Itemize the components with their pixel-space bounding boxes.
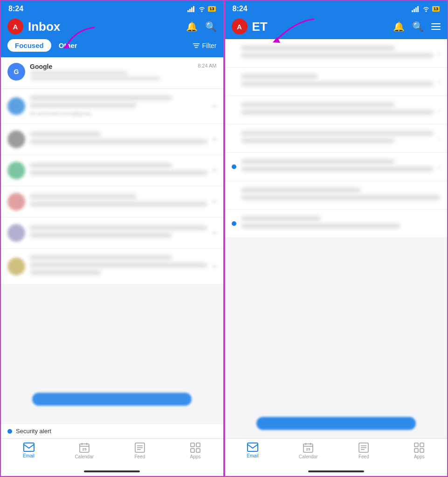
svg-rect-24 bbox=[414, 9, 415, 12]
left-content-area: G Google 8:24 AM Hi archmeet.hora@gmai..… bbox=[1, 57, 223, 438]
svg-text:29: 29 bbox=[306, 447, 310, 451]
right-apps-nav-icon bbox=[414, 443, 424, 453]
nav-calendar-left[interactable]: 29 Calendar bbox=[56, 443, 112, 459]
right-home-bar bbox=[308, 470, 364, 472]
nav-email-label-left: Email bbox=[23, 453, 34, 458]
nav-apps-label-right: Apps bbox=[414, 454, 425, 459]
left-app-header: A Inbox 🔔 🔍 bbox=[1, 16, 223, 39]
right-header-icons: 🔔 🔍 bbox=[393, 21, 441, 32]
svg-rect-1 bbox=[189, 9, 191, 12]
email-time-1: M bbox=[212, 103, 216, 109]
right-compose-button[interactable] bbox=[256, 417, 416, 430]
email-time-5: M bbox=[212, 230, 216, 236]
right-calendar-nav-icon: 29 bbox=[303, 443, 313, 453]
email-item-blurred-2[interactable]: M bbox=[1, 124, 223, 155]
right-email-item-1[interactable]: y bbox=[225, 39, 448, 68]
svg-rect-22 bbox=[196, 449, 200, 452]
right-home-indicator bbox=[225, 467, 448, 476]
nav-email-right[interactable]: Email bbox=[225, 443, 281, 459]
nav-email-left[interactable]: Email bbox=[1, 443, 56, 459]
filter-label: Filter bbox=[202, 42, 216, 49]
left-avatar[interactable]: A bbox=[7, 19, 23, 34]
svg-point-27 bbox=[425, 10, 427, 12]
svg-rect-0 bbox=[187, 10, 189, 12]
right-bottom-nav: Email 29 Calendar Feed bbox=[225, 438, 448, 467]
right-email-item-2[interactable]: y bbox=[225, 68, 448, 96]
nav-feed-left[interactable]: Feed bbox=[112, 443, 167, 459]
feed-nav-icon bbox=[135, 443, 145, 453]
right-avatar[interactable]: A bbox=[232, 19, 248, 34]
email-avatar-blurred-1 bbox=[7, 97, 25, 115]
email-avatar-blurred-5 bbox=[7, 224, 25, 242]
right-email-time-5: y bbox=[438, 164, 441, 170]
email-item-blurred-3[interactable]: M bbox=[1, 155, 223, 186]
right-email-item-5[interactable]: y bbox=[225, 153, 448, 181]
signal-icon bbox=[187, 6, 196, 12]
nav-calendar-right[interactable]: 29 Calendar bbox=[281, 443, 336, 459]
right-time: 8:24 bbox=[233, 5, 248, 13]
security-alert-text: Security alert bbox=[16, 428, 51, 435]
nav-feed-right[interactable]: Feed bbox=[336, 443, 392, 459]
unread-dot bbox=[7, 429, 12, 434]
right-email-item-4[interactable]: y bbox=[225, 124, 448, 153]
svg-rect-2 bbox=[191, 7, 193, 12]
email-avatar-blurred-3 bbox=[7, 162, 25, 179]
nav-apps-label-left: Apps bbox=[190, 454, 201, 459]
left-home-indicator bbox=[1, 467, 223, 476]
left-bottom-nav: Email 29 Calendar Feed bbox=[1, 438, 223, 467]
email-time-3: M bbox=[212, 168, 216, 173]
filter-icon bbox=[193, 43, 200, 48]
left-phone-screen: 8:24 13 A Inbox 🔔 🔍 bbox=[0, 0, 224, 477]
bell-icon[interactable]: 🔔 bbox=[186, 21, 198, 32]
svg-rect-19 bbox=[191, 443, 194, 447]
right-email-lines-2 bbox=[241, 74, 434, 89]
right-search-icon[interactable]: 🔍 bbox=[412, 21, 424, 32]
svg-rect-20 bbox=[196, 443, 200, 447]
search-icon[interactable]: 🔍 bbox=[205, 21, 217, 32]
right-email-item-3[interactable]: y bbox=[225, 96, 448, 124]
security-alert-bar: Security alert bbox=[1, 423, 223, 438]
email-sender-google: Google bbox=[30, 63, 193, 70]
email-time-4: M bbox=[212, 199, 216, 204]
email-lines-3 bbox=[30, 163, 207, 178]
right-app-header: A ET 🔔 🔍 bbox=[225, 16, 448, 39]
right-status-icons: 13 bbox=[412, 6, 440, 12]
right-email-lines-7 bbox=[241, 216, 441, 231]
right-email-item-6[interactable] bbox=[225, 181, 448, 210]
email-item-blurred-5[interactable]: M bbox=[1, 218, 223, 249]
email-item-blurred-6[interactable]: M bbox=[1, 249, 223, 285]
nav-apps-left[interactable]: Apps bbox=[167, 443, 223, 459]
svg-rect-42 bbox=[420, 449, 424, 452]
svg-point-4 bbox=[201, 10, 203, 12]
svg-rect-41 bbox=[414, 449, 418, 452]
email-item-google[interactable]: G Google 8:24 AM bbox=[1, 57, 223, 89]
hamburger-menu[interactable] bbox=[431, 23, 441, 30]
nav-apps-right[interactable]: Apps bbox=[392, 443, 447, 459]
wifi-icon bbox=[198, 6, 206, 12]
nav-feed-label-left: Feed bbox=[134, 454, 145, 459]
nav-calendar-label-right: Calendar bbox=[299, 454, 318, 459]
right-email-lines-4 bbox=[241, 131, 434, 146]
filter-button[interactable]: Filter bbox=[193, 42, 216, 49]
hamburger-line-3 bbox=[431, 29, 441, 30]
other-tab[interactable]: Other bbox=[51, 39, 85, 52]
focused-tab[interactable]: Focused bbox=[7, 39, 51, 52]
left-status-bar: 8:24 13 bbox=[1, 1, 223, 16]
right-email-item-7[interactable] bbox=[225, 210, 448, 238]
svg-rect-40 bbox=[420, 443, 424, 447]
svg-rect-23 bbox=[412, 10, 413, 12]
email-avatar-google: G bbox=[7, 63, 25, 81]
right-email-time-4: y bbox=[438, 136, 441, 141]
left-home-bar bbox=[84, 470, 140, 472]
left-tabs-bar: Focused Other Filter bbox=[1, 39, 223, 57]
email-item-blurred-1[interactable]: Hi archmeet.hora@gmai... M bbox=[1, 89, 223, 124]
right-email-lines-3 bbox=[241, 102, 434, 117]
right-bell-icon[interactable]: 🔔 bbox=[393, 21, 405, 32]
svg-rect-25 bbox=[415, 7, 417, 12]
compose-button[interactable] bbox=[32, 393, 192, 406]
left-time: 8:24 bbox=[8, 5, 23, 13]
right-unread-dot-1 bbox=[232, 164, 236, 169]
email-time-google: 8:24 AM bbox=[198, 63, 216, 68]
right-signal-icon bbox=[412, 6, 420, 12]
email-item-blurred-4[interactable]: M bbox=[1, 186, 223, 218]
